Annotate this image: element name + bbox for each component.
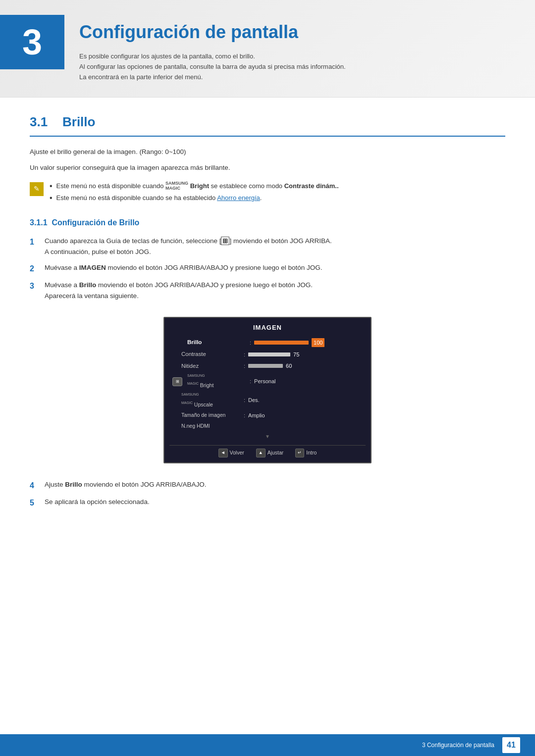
step-3: 3 Muévase a Brillo moviendo el botón JOG… <box>30 280 505 301</box>
brillo-bar <box>254 341 309 345</box>
monitor-item-nneg: N.neg HDMI <box>169 421 366 432</box>
intro-label: Intro <box>306 449 317 457</box>
brillo-bar-container: 100 <box>254 338 324 348</box>
more-items-indicator: ▼ <box>169 432 366 441</box>
menu-label-nneg: N.neg HDMI <box>181 422 241 430</box>
monitor-item-magic-bright: ⊞ SAMSUNGMAGIC Bright : Personal <box>169 372 366 391</box>
step-2: 2 Muévase a IMAGEN moviendo el botón JOG… <box>30 262 505 275</box>
nitidez-value: 60 <box>286 362 292 370</box>
monitor-item-nitidez: Nitidez : 60 <box>169 360 366 372</box>
step-3-text: Muévase a Brillo moviendo el botón JOG A… <box>45 280 505 301</box>
step-4: 4 Ajuste Brillo moviendo el botón JOG AR… <box>30 479 505 492</box>
footer-btn-ajustar: ▲ Ajustar <box>256 449 284 457</box>
imagen-bold: IMAGEN <box>79 264 106 271</box>
menu-label-tamano: Tamaño de imagen <box>181 411 241 419</box>
monitor-wrapper: IMAGEN Brillo : 100 Contraste : 75 <box>30 309 505 471</box>
header-desc-2: Al configurar las opciones de pantalla, … <box>79 62 346 83</box>
section-intro-2: Un valor superior conseguirá que la imag… <box>30 162 505 173</box>
chapter-number: 3 <box>0 15 64 69</box>
step-4-text: Ajuste Brillo moviendo el botón JOG ARRI… <box>45 479 505 490</box>
jog-icon: ⊞ <box>172 377 182 386</box>
volver-label: Volver <box>230 449 244 457</box>
step-3-number: 3 <box>30 280 39 293</box>
menu-label-contraste: Contraste <box>181 350 241 358</box>
step-1-number: 1 <box>30 236 39 249</box>
contraste-bar-container: 75 <box>248 351 299 359</box>
contraste-label: Contraste dinám.. <box>284 182 339 190</box>
step-5: 5 Se aplicará la opción seleccionada. <box>30 497 505 509</box>
magic-upscale-value: Des. <box>248 396 260 404</box>
note-bullet-1: Este menú no está disponible cuando SAMS… <box>50 181 505 191</box>
monitor-footer: ◄ Volver ▲ Ajustar ↵ Intro <box>169 445 366 457</box>
main-content: 3.1 Brillo Ajuste el brillo general de l… <box>0 98 535 554</box>
header-desc-1: Es posible configurar los ajustes de la … <box>79 51 346 62</box>
brillo-value: 100 <box>312 338 324 348</box>
samsung-magic-label: SAMSUNGMAGIC <box>165 181 188 191</box>
step-2-text: Muévase a IMAGEN moviendo el botón JOG A… <box>45 262 505 273</box>
contraste-bar <box>248 353 290 356</box>
menu-label-magic-upscale: SAMSUNGMAGIC Upscale <box>181 392 241 408</box>
section-3-1-heading: 3.1 Brillo <box>30 112 505 137</box>
tamano-value: Amplio <box>248 411 265 420</box>
page-header: 3 Configuración de pantalla Es posible c… <box>0 0 535 98</box>
menu-label-magic-bright: SAMSUNGMAGIC Bright <box>187 373 247 390</box>
menu-label-brillo: Brillo <box>187 338 247 347</box>
section-title: Brillo <box>62 112 95 132</box>
brillo-bold-step3: Brillo <box>79 281 97 289</box>
ahorro-energia-link[interactable]: Ahorro energía <box>217 194 260 202</box>
step-1-text: Cuando aparezca la Guía de teclas de fun… <box>45 236 505 257</box>
monitor-item-contraste: Contraste : 75 <box>169 349 366 360</box>
footer-page-number: 41 <box>502 737 520 753</box>
ajustar-icon: ▲ <box>256 449 266 457</box>
header-text: Configuración de pantalla Es posible con… <box>79 15 346 82</box>
footer-btn-volver: ◄ Volver <box>218 449 244 457</box>
monitor-item-tamano: Tamaño de imagen : Amplio <box>169 410 366 421</box>
note-content: Este menú no está disponible cuando SAMS… <box>50 181 505 205</box>
brillo-bold-step4: Brillo <box>65 481 82 488</box>
step-5-number: 5 <box>30 497 39 509</box>
ajustar-label: Ajustar <box>268 449 284 457</box>
step-4-number: 4 <box>30 479 39 492</box>
note-icon: ✎ <box>30 182 44 196</box>
nitidez-bar-container: 60 <box>248 362 292 370</box>
intro-icon: ↵ <box>295 449 304 457</box>
page-footer: 3 Configuración de pantalla 41 <box>0 734 535 756</box>
step-1: 1 Cuando aparezca la Guía de teclas de f… <box>30 236 505 257</box>
monitor-item-brillo: Brillo : 100 <box>169 337 366 349</box>
note-bullet-2: Este menú no está disponible cuando se h… <box>50 193 505 203</box>
steps-list: 1 Cuando aparezca la Guía de teclas de f… <box>30 236 505 301</box>
chapter-title: Configuración de pantalla <box>79 19 346 46</box>
menu-label-nitidez: Nitidez <box>181 362 241 370</box>
magic-bright-value: Personal <box>254 377 275 386</box>
bright-label: Bright <box>190 182 209 190</box>
volver-icon: ◄ <box>218 449 228 457</box>
step-5-text: Se aplicará la opción seleccionada. <box>45 497 505 507</box>
steps-list-2: 4 Ajuste Brillo moviendo el botón JOG AR… <box>30 479 505 509</box>
subsection-3-1-1-heading: 3.1.1 Configuración de Brillo <box>30 217 505 229</box>
monitor-title: IMAGEN <box>169 323 366 333</box>
step-2-number: 2 <box>30 262 39 275</box>
monitor-mockup: IMAGEN Brillo : 100 Contraste : 75 <box>163 317 372 463</box>
note-block: ✎ Este menú no está disponible cuando SA… <box>30 181 505 205</box>
footer-btn-intro: ↵ Intro <box>295 449 317 457</box>
footer-chapter-label: 3 Configuración de pantalla <box>422 741 494 750</box>
nitidez-bar <box>248 364 283 368</box>
contraste-value: 75 <box>293 351 299 359</box>
section-number: 3.1 <box>30 112 54 132</box>
monitor-item-magic-upscale: SAMSUNGMAGIC Upscale : Des. <box>169 391 366 410</box>
section-intro-1: Ajuste el brillo general de la imagen. (… <box>30 147 505 157</box>
